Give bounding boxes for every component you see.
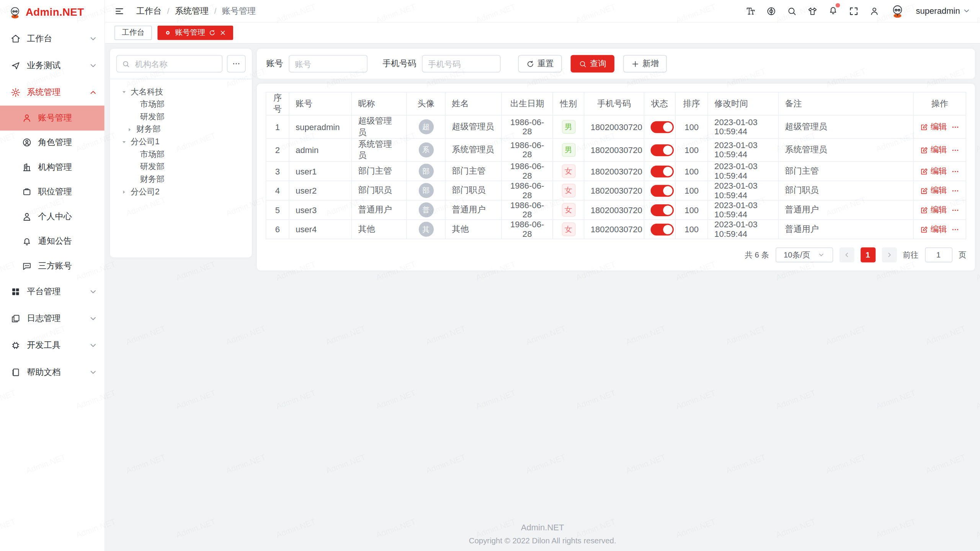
breadcrumb-separator: / bbox=[167, 7, 169, 15]
chevron-down-icon bbox=[89, 315, 97, 323]
query-label: 查询 bbox=[590, 58, 606, 69]
notification-bell[interactable] bbox=[828, 5, 838, 17]
tab-workbench[interactable]: 工作台 bbox=[114, 26, 152, 40]
tree-node[interactable]: 市场部 bbox=[116, 148, 246, 161]
font-size-icon[interactable] bbox=[746, 6, 756, 16]
sidebar-item-log-mgmt[interactable]: 日志管理 bbox=[0, 305, 105, 332]
tree-node[interactable]: 分公司1 bbox=[116, 135, 246, 148]
search-icon[interactable] bbox=[787, 6, 797, 16]
breadcrumb-separator: / bbox=[214, 7, 216, 15]
next-page-button[interactable] bbox=[882, 248, 897, 262]
org-tree-search bbox=[116, 55, 246, 73]
sidebar-item-third-party-account[interactable]: 三方账号 bbox=[0, 254, 105, 278]
language-icon[interactable] bbox=[766, 6, 776, 16]
table-row: 2 admin 系统管理员 系 系统管理员 1986-06-28 男 18020… bbox=[266, 139, 966, 161]
phone-input[interactable] bbox=[422, 55, 501, 73]
edit-button[interactable]: 编辑 bbox=[920, 166, 947, 177]
prev-page-button[interactable] bbox=[839, 248, 854, 262]
edit-button[interactable]: 编辑 bbox=[920, 185, 947, 196]
page-size-select[interactable]: 10条/页 bbox=[775, 248, 833, 262]
tab-account-mgmt[interactable]: 账号管理 bbox=[157, 26, 233, 40]
current-page[interactable]: 1 bbox=[860, 248, 875, 262]
status-toggle[interactable] bbox=[651, 184, 674, 196]
more-actions-button[interactable] bbox=[951, 146, 959, 154]
col-order: 排序 bbox=[675, 92, 708, 115]
menu-label: 机构管理 bbox=[38, 161, 72, 173]
org-tree-more-button[interactable] bbox=[227, 55, 246, 73]
tree-node[interactable]: 大名科技 bbox=[116, 86, 246, 98]
collapse-sidebar-icon[interactable] bbox=[114, 6, 124, 16]
more-actions-button[interactable] bbox=[951, 225, 959, 233]
close-icon[interactable] bbox=[219, 29, 226, 36]
sidebar-item-position-mgmt[interactable]: 职位管理 bbox=[0, 179, 105, 204]
edit-button[interactable]: 编辑 bbox=[920, 144, 947, 155]
more-actions-button[interactable] bbox=[951, 186, 959, 194]
app-logo[interactable]: Admin.NET bbox=[0, 0, 105, 25]
sidebar-item-platform-mgmt[interactable]: 平台管理 bbox=[0, 278, 105, 305]
menu-label: 系统管理 bbox=[27, 86, 60, 98]
fullscreen-icon[interactable] bbox=[849, 6, 859, 16]
avatar: 部 bbox=[418, 183, 433, 198]
goto-page-input[interactable] bbox=[925, 248, 952, 262]
topbar: 工作台 / 系统管理 / 账号管理 superadmin bbox=[105, 0, 980, 22]
chevron-down-icon bbox=[963, 8, 970, 15]
tree-node[interactable]: 研发部 bbox=[116, 161, 246, 173]
sidebar-item-system-mgmt[interactable]: 系统管理 bbox=[0, 79, 105, 106]
query-button[interactable]: 查询 bbox=[571, 55, 614, 73]
tree-node-label: 市场部 bbox=[140, 149, 165, 160]
tabs-bar: 工作台 账号管理 bbox=[105, 22, 980, 44]
status-toggle[interactable] bbox=[651, 144, 674, 156]
sidebar-item-notice[interactable]: 通知公告 bbox=[0, 229, 105, 253]
status-toggle[interactable] bbox=[651, 121, 674, 133]
chevron-up-icon bbox=[89, 88, 97, 96]
user-menu[interactable]: superadmin bbox=[916, 6, 970, 15]
reset-label: 重置 bbox=[537, 58, 554, 69]
goto-label: 前往 bbox=[903, 249, 918, 260]
add-button[interactable]: 新增 bbox=[623, 55, 667, 73]
tree-node[interactable]: 财务部 bbox=[116, 173, 246, 186]
pagination: 共 6 条 10条/页 1 前往 页 bbox=[266, 248, 966, 262]
tree-node[interactable]: 研发部 bbox=[116, 111, 246, 123]
sidebar-item-business-test[interactable]: 业务测试 bbox=[0, 52, 105, 79]
user-avatar[interactable] bbox=[890, 3, 905, 18]
tree-node[interactable]: 市场部 bbox=[116, 98, 246, 111]
avatar: 普 bbox=[418, 202, 433, 217]
refresh-icon[interactable] bbox=[209, 29, 216, 36]
org-search-input[interactable] bbox=[134, 59, 217, 69]
sidebar-item-help-docs[interactable]: 帮助文档 bbox=[0, 359, 105, 386]
bell-icon bbox=[22, 236, 32, 246]
profile-icon[interactable] bbox=[870, 6, 880, 16]
edit-button[interactable]: 编辑 bbox=[920, 121, 947, 132]
caret-down-icon[interactable] bbox=[121, 89, 127, 95]
breadcrumb-item[interactable]: 系统管理 bbox=[175, 5, 209, 16]
chat-icon bbox=[22, 261, 32, 271]
edit-button[interactable]: 编辑 bbox=[920, 204, 947, 215]
breadcrumb-item[interactable]: 工作台 bbox=[136, 5, 162, 16]
edit-button[interactable]: 编辑 bbox=[920, 223, 947, 235]
sidebar-item-personal-center[interactable]: 个人中心 bbox=[0, 204, 105, 229]
edit-icon bbox=[920, 225, 928, 233]
more-actions-button[interactable] bbox=[951, 167, 959, 175]
more-actions-button[interactable] bbox=[951, 123, 959, 131]
sidebar-item-account-mgmt[interactable]: 账号管理 bbox=[0, 106, 105, 130]
account-input[interactable] bbox=[289, 55, 368, 73]
status-toggle[interactable] bbox=[651, 165, 674, 177]
sidebar-item-org-mgmt[interactable]: 机构管理 bbox=[0, 155, 105, 179]
sidebar-item-workbench[interactable]: 工作台 bbox=[0, 25, 105, 52]
reset-button[interactable]: 重置 bbox=[518, 55, 562, 73]
tree-node-label: 研发部 bbox=[140, 111, 165, 122]
theme-icon[interactable] bbox=[808, 6, 818, 16]
tree-node[interactable]: 财务部 bbox=[116, 123, 246, 136]
caret-down-icon[interactable] bbox=[121, 139, 127, 145]
col-actions: 操作 bbox=[913, 92, 966, 115]
caret-right-icon[interactable] bbox=[121, 189, 127, 195]
more-actions-button[interactable] bbox=[951, 206, 959, 214]
status-toggle[interactable] bbox=[651, 204, 674, 216]
caret-right-icon[interactable] bbox=[127, 127, 132, 132]
sidebar-item-dev-tools[interactable]: 开发工具 bbox=[0, 332, 105, 359]
gender-tag: 女 bbox=[562, 222, 575, 236]
tree-node[interactable]: 分公司2 bbox=[116, 186, 246, 198]
status-toggle[interactable] bbox=[651, 223, 674, 235]
sidebar-item-role-mgmt[interactable]: 角色管理 bbox=[0, 130, 105, 155]
chip-icon bbox=[11, 341, 21, 350]
